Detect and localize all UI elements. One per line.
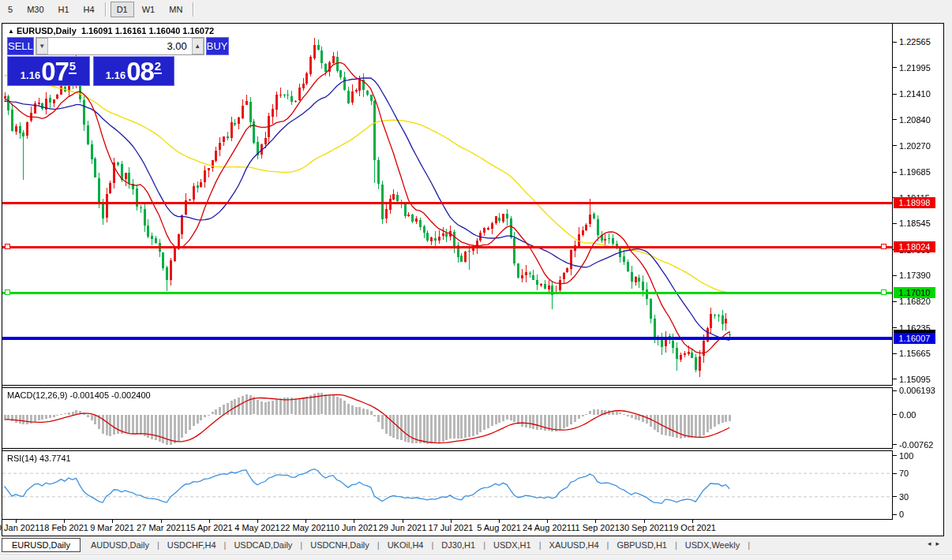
rsi-canvas[interactable] bbox=[2, 451, 892, 519]
rsi-tick-dash bbox=[893, 514, 897, 515]
volume-spinner: ▼ ▲ bbox=[36, 37, 204, 55]
date-label: 22 May 2021 bbox=[280, 523, 331, 532]
price-tick-dash bbox=[893, 42, 897, 43]
tab-eurusd-daily[interactable]: EURUSD,Daily bbox=[2, 538, 81, 552]
sell-button[interactable]: SELL bbox=[7, 37, 34, 55]
hline-price-label-1.18024: 1.18024 bbox=[894, 241, 935, 252]
date-label: 10 Jun 2021 bbox=[330, 523, 378, 532]
macd-tick-dash bbox=[893, 414, 897, 415]
hline-handle-right[interactable] bbox=[881, 244, 886, 249]
tab-separator: | bbox=[224, 540, 227, 550]
buy-price-prefix: 1.16 bbox=[106, 69, 126, 81]
hline-price-label-1.16007: 1.16007 bbox=[894, 333, 935, 344]
tab-separator: | bbox=[675, 540, 677, 550]
price-tick-dash bbox=[893, 172, 897, 173]
tab-usdx-weekly[interactable]: USDX,Weekly bbox=[678, 539, 747, 551]
chart-title: ▲ EURUSD,Daily 1.16091 1.16161 1.16040 1… bbox=[8, 26, 214, 35]
buy-button[interactable]: BUY bbox=[206, 37, 229, 55]
timeframe-button-h4[interactable]: H4 bbox=[77, 2, 101, 17]
tab-separator: | bbox=[157, 540, 159, 550]
hline-handle-right[interactable] bbox=[881, 289, 886, 295]
chart-tab-bar: EURUSD,DailyAUDUSD,Daily|USDCHF,H4|USDCA… bbox=[2, 537, 944, 553]
price-tick-dash bbox=[893, 119, 897, 120]
rsi-tick-dash bbox=[893, 455, 897, 456]
collapse-triangle-icon[interactable]: ▲ bbox=[8, 28, 14, 35]
price-tick-dash bbox=[893, 301, 897, 302]
price-tick-dash bbox=[893, 94, 897, 95]
toolbar-separator bbox=[193, 2, 194, 17]
tab-separator: | bbox=[539, 540, 542, 550]
date-label: 30 Jan 2021 bbox=[0, 523, 39, 532]
date-label: 18 Feb 2021 bbox=[39, 523, 88, 532]
tab-separator: | bbox=[483, 540, 485, 550]
tab-usdx-h1[interactable]: USDX,H1 bbox=[486, 539, 538, 551]
tab-separator: | bbox=[377, 540, 380, 550]
buy-price-button[interactable]: 1.16082 bbox=[93, 56, 174, 86]
tab-usdcnh-daily[interactable]: USDCNH,Daily bbox=[303, 539, 377, 551]
price-tick-dash bbox=[893, 67, 897, 68]
tab-audusd-daily[interactable]: AUDUSD,Daily bbox=[84, 539, 156, 551]
tab-separator: | bbox=[748, 540, 750, 550]
hline-handle-left[interactable] bbox=[5, 289, 10, 295]
timeframe-button-w1[interactable]: W1 bbox=[136, 2, 162, 17]
date-label: 17 Jul 2021 bbox=[429, 523, 474, 532]
volume-input[interactable] bbox=[48, 38, 192, 54]
chart-ohlc-values: 1.16091 1.16161 1.16040 1.16072 bbox=[81, 26, 214, 35]
hline-1.16007[interactable] bbox=[2, 337, 892, 340]
price-tick-dash bbox=[893, 145, 897, 146]
price-axis-tick: 1.15095 bbox=[899, 375, 943, 384]
sell-price-button[interactable]: 1.16075 bbox=[7, 56, 90, 86]
rsi-indicator-panel: RSI(14) 43.7741 bbox=[2, 450, 893, 520]
hline-handle-left[interactable] bbox=[5, 244, 10, 249]
date-label: 27 Mar 2021 bbox=[137, 523, 186, 532]
volume-decrease-button[interactable]: ▼ bbox=[36, 38, 48, 54]
price-tick-dash bbox=[893, 223, 897, 224]
status-bar-divider bbox=[0, 554, 952, 556]
price-axis-tick: 1.18545 bbox=[899, 218, 943, 228]
sell-price-pip-digit: 5 bbox=[69, 59, 77, 74]
date-label: 4 May 2021 bbox=[234, 523, 279, 532]
tab-gbpusd-h1[interactable]: GBPUSD,H1 bbox=[609, 539, 674, 551]
macd-label: MACD(12,26,9) -0.001405 -0.002400 bbox=[7, 390, 151, 400]
tab-dj30-h1[interactable]: DJ30,H1 bbox=[434, 539, 482, 551]
buy-price-big-digits: 08 bbox=[126, 58, 154, 85]
chart-symbol-label: EURUSD,Daily bbox=[17, 26, 77, 35]
hline-1.17010[interactable] bbox=[2, 292, 892, 294]
timeframe-button-m30[interactable]: M30 bbox=[21, 2, 50, 17]
tab-scroll-arrows: ◂▸ bbox=[928, 539, 944, 547]
timeframe-button-5[interactable]: 5 bbox=[2, 2, 19, 17]
tab-xauusd-h4[interactable]: XAUUSD,H4 bbox=[542, 539, 606, 551]
hline-1.18998[interactable] bbox=[2, 202, 892, 204]
tab-usdcad-daily[interactable]: USDCAD,Daily bbox=[227, 539, 299, 551]
tab-usdchf-h4[interactable]: USDCHF,H4 bbox=[160, 539, 223, 551]
tab-separator: | bbox=[300, 540, 302, 550]
tab-ukoil-h4[interactable]: UKOil,H4 bbox=[380, 539, 431, 551]
macd-tick-dash bbox=[893, 444, 897, 445]
hline-price-label-1.18998: 1.18998 bbox=[894, 197, 935, 208]
hline-1.18024[interactable] bbox=[2, 246, 892, 248]
tab-scroll-right-icon[interactable]: ▸ bbox=[935, 539, 944, 547]
price-tick-dash bbox=[893, 275, 897, 276]
date-label: 15 Apr 2021 bbox=[186, 523, 232, 532]
timeframe-button-mn[interactable]: MN bbox=[163, 2, 189, 17]
macd-axis-tick: 0.006193 bbox=[899, 386, 943, 395]
rsi-axis-tick: 100 bbox=[899, 451, 943, 461]
date-label: 11 Sep 2021 bbox=[571, 523, 620, 532]
date-label: 30 Sep 2021 bbox=[620, 523, 669, 532]
price-tick-dash bbox=[893, 327, 897, 328]
tab-separator: | bbox=[431, 540, 433, 550]
price-axis-tick: 1.20840 bbox=[899, 115, 943, 125]
timeframe-button-h1[interactable]: H1 bbox=[52, 2, 76, 17]
date-label: 5 Aug 2021 bbox=[477, 523, 521, 532]
rsi-axis-tick: 30 bbox=[899, 492, 943, 502]
tab-scroll-left-icon[interactable]: ◂ bbox=[928, 539, 936, 547]
price-axis-tick: 1.20270 bbox=[899, 141, 943, 151]
date-label: 24 Aug 2021 bbox=[523, 523, 572, 532]
macd-tick-dash bbox=[893, 390, 897, 391]
volume-increase-button[interactable]: ▲ bbox=[192, 38, 204, 54]
date-label: 29 Jun 2021 bbox=[379, 523, 427, 532]
toolbar-separator bbox=[105, 2, 107, 17]
price-tick-dash bbox=[893, 379, 897, 379]
rsi-label: RSI(14) 43.7741 bbox=[7, 454, 71, 463]
timeframe-button-d1[interactable]: D1 bbox=[111, 2, 134, 17]
